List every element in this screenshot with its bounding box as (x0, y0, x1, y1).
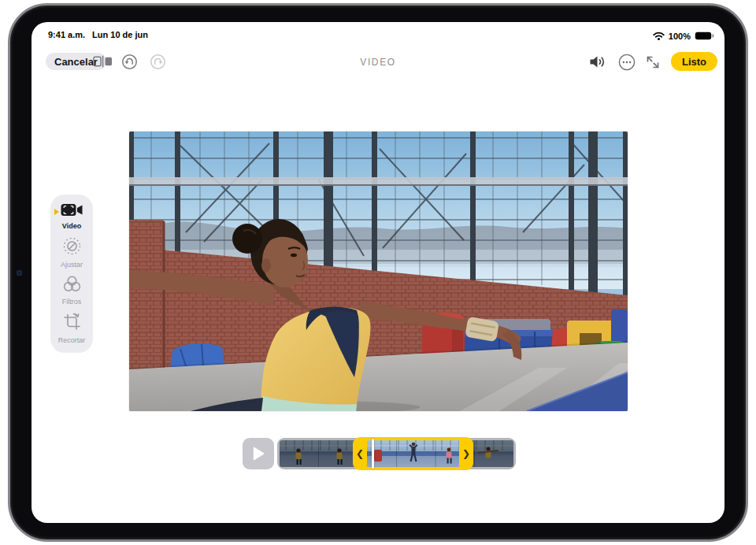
video-still-dancer-in-gym (129, 132, 628, 411)
ipad-frame: 9:41 a.m.Lun 10 de jun 100% (8, 3, 748, 542)
play-button[interactable] (243, 438, 274, 469)
battery-percent: 100% (669, 32, 691, 41)
battery-icon (695, 29, 714, 43)
front-camera (17, 270, 22, 276)
trim-bottom-border (366, 467, 460, 470)
done-label: Listo (682, 56, 706, 68)
sidebar-item-filtros[interactable]: Filtros (50, 276, 93, 306)
fullscreen-icon[interactable] (645, 54, 661, 70)
trim-end-handle[interactable]: ❯ (459, 437, 473, 470)
chevron-right-icon: ❯ (462, 448, 470, 459)
play-icon (253, 447, 265, 461)
selected-indicator (54, 209, 59, 215)
filters-icon (63, 276, 81, 295)
video-camera-icon (61, 203, 83, 220)
more-options-icon[interactable] (618, 54, 636, 71)
sidebar-item-video[interactable]: Video (50, 203, 93, 230)
chevron-left-icon: ❮ (356, 448, 364, 459)
trim-selection: ❮ ❯ (353, 437, 473, 470)
crop-rotate-icon (63, 313, 81, 334)
status-bar-left: 9:41 a.m.Lun 10 de jun (48, 30, 148, 39)
sidebar-item-label: Recortar (58, 336, 86, 344)
screen: 9:41 a.m.Lun 10 de jun 100% (32, 22, 724, 523)
photos-video-edit-screenshot: 9:41 a.m.Lun 10 de jun 100% (0, 0, 756, 545)
trim-start-handle[interactable]: ❮ (353, 437, 367, 470)
status-time: 9:41 a.m. (48, 30, 85, 39)
sidebar-item-ajustar[interactable]: Ajustar (50, 237, 93, 269)
sidebar-item-label: Ajustar (61, 261, 83, 269)
adjust-dial-icon (63, 237, 81, 258)
sidebar-item-label: Video (62, 222, 81, 230)
playhead[interactable] (372, 439, 374, 469)
video-canvas (129, 132, 628, 411)
sidebar-item-label: Filtros (62, 298, 82, 306)
sidebar-item-recortar[interactable]: Recortar (50, 313, 93, 344)
edit-tools-sidebar: Video Ajustar (50, 195, 93, 353)
volume-icon[interactable] (589, 55, 607, 69)
status-date: Lun 10 de jun (92, 30, 148, 39)
trim-top-border (366, 437, 460, 440)
done-button[interactable]: Listo (671, 52, 717, 71)
status-bar-right: 100% (653, 29, 714, 43)
wifi-icon (653, 29, 665, 43)
